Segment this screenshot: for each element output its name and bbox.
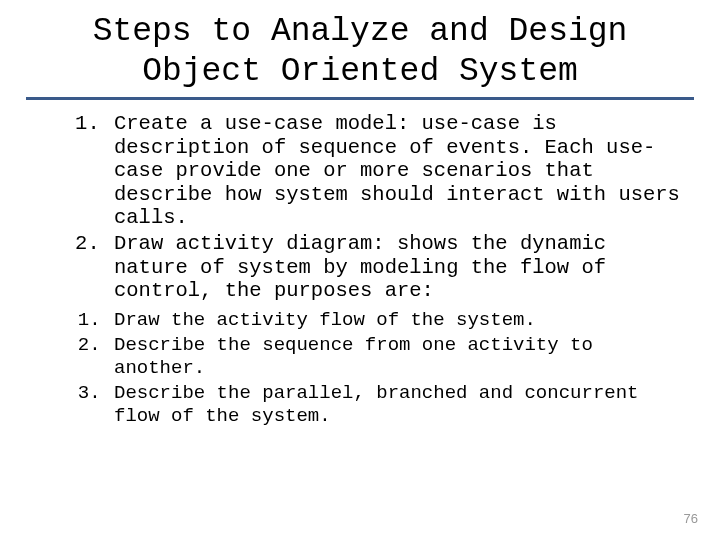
- step-2-text: Draw activity diagram: shows the dynamic…: [114, 232, 606, 302]
- substep-3: Describe the parallel, branched and conc…: [112, 382, 686, 428]
- substep-1-text: Draw the activity flow of the system.: [114, 309, 536, 331]
- slide-title: Steps to Analyze and Design Object Orien…: [0, 0, 720, 97]
- substep-3-text: Describe the parallel, branched and conc…: [114, 382, 639, 427]
- page-number: 76: [684, 511, 698, 526]
- slide: Steps to Analyze and Design Object Orien…: [0, 0, 720, 540]
- step-1-text: Create a use-case model: use-case is des…: [114, 112, 680, 229]
- substep-2-text: Describe the sequence from one activity …: [114, 334, 593, 379]
- main-steps-list: Create a use-case model: use-case is des…: [34, 112, 686, 303]
- substep-1: Draw the activity flow of the system.: [112, 309, 686, 332]
- substep-2: Describe the sequence from one activity …: [112, 334, 686, 380]
- title-line-1: Steps to Analyze and Design: [93, 13, 628, 50]
- slide-body: Create a use-case model: use-case is des…: [0, 112, 720, 428]
- title-underline: [26, 97, 694, 100]
- step-2: Draw activity diagram: shows the dynamic…: [112, 232, 686, 303]
- substeps-list: Draw the activity flow of the system. De…: [34, 309, 686, 429]
- title-line-2: Object Oriented System: [142, 53, 578, 90]
- step-1: Create a use-case model: use-case is des…: [112, 112, 686, 230]
